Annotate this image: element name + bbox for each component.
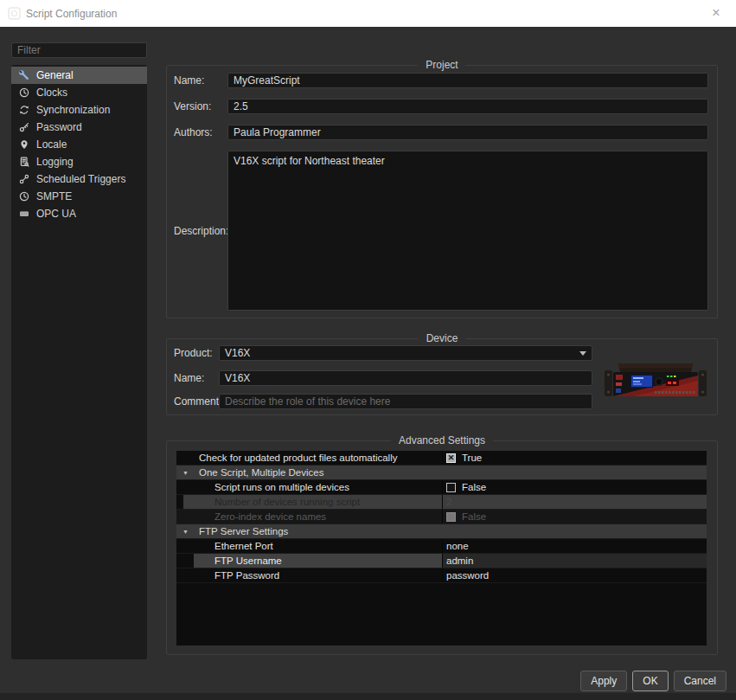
sidebar-item-scheduled-triggers[interactable]: Scheduled Triggers — [11, 170, 147, 188]
advanced-settings-group-label: Advanced Settings — [391, 434, 493, 446]
sidebar-item-label: SMPTE — [36, 190, 72, 202]
device-groupbox: Device Product: V16X Name: Comment: — [166, 338, 718, 415]
project-description-label: Description: — [174, 225, 227, 237]
settings-row[interactable]: Script runs on multiple devicesFalse — [176, 480, 707, 495]
sidebar-item-label: OPC UA — [36, 208, 76, 220]
product-dropdown[interactable]: V16X — [219, 345, 592, 361]
settings-group-label: One Script, Multiple Devices — [199, 466, 323, 479]
device-comment-label: Comment: — [174, 395, 219, 408]
script-configuration-dialog: Script Configuration × GeneralClocksSync… — [0, 0, 736, 700]
settings-row[interactable]: FTP Usernameadmin — [176, 554, 707, 568]
sidebar-item-opc-ua[interactable]: OPC UA — [11, 205, 147, 222]
category-list: GeneralClocksSynchronizationPasswordLoca… — [11, 65, 147, 659]
expander-triangle-icon[interactable]: ▼ — [182, 466, 191, 479]
project-version-input[interactable] — [227, 99, 708, 114]
setting-label: Ethernet Port — [214, 541, 273, 551]
dialog-body: GeneralClocksSynchronizationPasswordLoca… — [0, 27, 736, 700]
setting-label: FTP Password — [214, 570, 279, 581]
sidebar-item-label: Clocks — [36, 87, 67, 99]
project-name-label: Name: — [174, 74, 227, 87]
project-authors-label: Authors: — [174, 126, 227, 138]
setting-label: FTP Username — [214, 556, 282, 566]
cancel-button[interactable]: Cancel — [674, 671, 726, 691]
clock-icon — [18, 191, 30, 202]
app-icon — [8, 7, 21, 20]
settings-group-row[interactable]: ▼FTP Server Settings — [176, 524, 707, 539]
setting-value: False — [462, 482, 486, 492]
wrench-icon — [18, 70, 30, 81]
device-comment-input[interactable] — [219, 394, 592, 409]
setting-value: admin — [446, 556, 473, 566]
sidebar-item-general[interactable]: General — [11, 67, 147, 84]
sidebar-item-label: Password — [36, 121, 82, 133]
grid-icon — [18, 209, 30, 220]
setting-label: Script runs on multiple devices — [214, 482, 349, 492]
sidebar-item-locale[interactable]: Locale — [11, 136, 147, 153]
settings-row[interactable]: Check for updated product files automati… — [176, 451, 707, 466]
checkbox[interactable] — [446, 483, 456, 492]
device-group-label: Device — [419, 332, 466, 344]
device-product-label: Product: — [174, 347, 219, 359]
project-description-textarea[interactable]: V16X script for Northeast theater — [227, 151, 708, 311]
setting-label: Check for updated product files automati… — [199, 453, 397, 463]
pin-icon — [18, 139, 30, 151]
sidebar-item-synchronization[interactable]: Synchronization — [11, 101, 147, 119]
sidebar-item-label: General — [36, 69, 74, 81]
sidebar-item-logging[interactable]: Logging — [11, 153, 147, 170]
close-icon[interactable]: × — [707, 4, 725, 22]
sidebar-item-password[interactable]: Password — [11, 119, 147, 136]
footer-buttons: Apply OK Cancel — [580, 671, 726, 691]
sidebar-item-label: Scheduled Triggers — [36, 173, 125, 185]
settings-row[interactable]: Zero-index device namesFalse — [176, 510, 707, 524]
device-image — [605, 353, 707, 401]
document-icon — [18, 157, 30, 168]
settings-group-label: FTP Server Settings — [199, 524, 288, 538]
sidebar-item-label: Locale — [36, 138, 67, 151]
expander-triangle-icon[interactable]: ▼ — [182, 524, 191, 538]
project-authors-input[interactable] — [227, 125, 708, 140]
project-version-label: Version: — [174, 100, 227, 112]
key-icon — [18, 122, 30, 133]
sidebar: GeneralClocksSynchronizationPasswordLoca… — [11, 42, 147, 659]
sidebar-item-label: Synchronization — [36, 104, 110, 116]
ok-button[interactable]: OK — [632, 671, 668, 691]
project-group-label: Project — [418, 59, 465, 71]
clock-icon — [18, 87, 30, 99]
device-name-input[interactable] — [219, 370, 592, 386]
checkbox[interactable]: ✕ — [446, 453, 456, 463]
setting-value: 2 — [446, 497, 451, 507]
project-name-input[interactable] — [227, 73, 708, 88]
checkbox[interactable] — [446, 512, 456, 522]
settings-row[interactable]: Number of devices running script2 — [176, 495, 707, 510]
sidebar-item-label: Logging — [36, 156, 74, 168]
sync-icon — [18, 105, 30, 116]
sidebar-item-smpte[interactable]: SMPTE — [11, 188, 147, 205]
settings-group-row[interactable]: ▼One Script, Multiple Devices — [176, 466, 707, 480]
titlebar: Script Configuration × — [0, 0, 736, 27]
setting-label: Zero-index device names — [214, 511, 326, 522]
settings-row[interactable]: Ethernet Portnone — [176, 539, 707, 554]
setting-value: True — [462, 453, 482, 463]
sidebar-item-clocks[interactable]: Clocks — [11, 84, 147, 101]
advanced-settings-table: Check for updated product files automati… — [176, 451, 707, 645]
setting-label: Number of devices running script — [214, 497, 360, 507]
setting-value: False — [462, 511, 486, 522]
settings-row[interactable]: FTP Passwordpassword — [176, 568, 707, 583]
advanced-settings-groupbox: Advanced Settings Check for updated prod… — [166, 440, 718, 655]
product-dropdown-value: V16X — [225, 347, 250, 359]
chain-icon — [18, 174, 30, 185]
setting-value: password — [446, 570, 489, 581]
setting-value: none — [446, 541, 469, 551]
project-groupbox: Project Name: Version: Authors: Descript… — [166, 65, 718, 318]
device-name-label: Name: — [174, 372, 219, 384]
apply-button[interactable]: Apply — [580, 671, 627, 691]
dialog-title: Script Configuration — [26, 8, 117, 20]
chevron-down-icon — [579, 351, 586, 356]
filter-input[interactable] — [11, 42, 147, 58]
